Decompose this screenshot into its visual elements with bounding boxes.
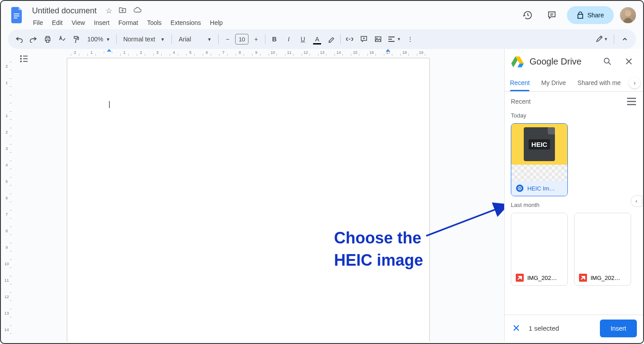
- print-button[interactable]: [41, 32, 54, 46]
- underline-button[interactable]: U: [296, 32, 310, 46]
- svg-line-17: [426, 205, 504, 236]
- menu-help[interactable]: Help: [206, 17, 226, 28]
- italic-button[interactable]: I: [282, 32, 295, 46]
- history-icon[interactable]: [519, 6, 537, 24]
- image-file-icon: [579, 274, 587, 282]
- svg-point-11: [20, 55, 22, 57]
- tabs-scroll-right-icon[interactable]: ›: [629, 77, 640, 89]
- menu-extensions[interactable]: Extensions: [167, 17, 204, 28]
- drive-logo-icon: [511, 55, 524, 68]
- increase-font-size[interactable]: +: [249, 32, 263, 46]
- menu-file[interactable]: File: [29, 17, 47, 28]
- document-title[interactable]: Untitled document: [29, 5, 99, 16]
- paragraph-style-dropdown[interactable]: Normal text▼: [119, 32, 169, 46]
- file-name: IMG_202…: [527, 275, 557, 281]
- sidebar-title: Google Drive: [530, 57, 594, 67]
- zoom-dropdown[interactable]: 100%▼: [84, 32, 114, 46]
- annotation-callout: Choose the HEIC image: [334, 227, 423, 272]
- align-dropdown[interactable]: ▼: [386, 32, 403, 46]
- bold-button[interactable]: B: [268, 32, 281, 46]
- svg-rect-6: [375, 37, 381, 42]
- section-label: Recent: [511, 98, 530, 105]
- font-dropdown[interactable]: Arial▼: [174, 32, 216, 46]
- svg-rect-2: [14, 17, 17, 18]
- text-color-button[interactable]: A: [310, 32, 324, 46]
- svg-point-12: [20, 58, 22, 60]
- tab-recent[interactable]: Recent: [510, 74, 530, 91]
- file-card-heic[interactable]: HEIC HEIC Im…: [511, 123, 568, 196]
- file-card[interactable]: IMG_202…: [574, 213, 631, 286]
- selection-count: 1 selected: [529, 324, 593, 332]
- text-cursor: [109, 101, 110, 108]
- vertical-ruler[interactable]: 211234567891011121314: [1, 58, 12, 341]
- insert-link-button[interactable]: [343, 32, 356, 46]
- file-name: IMG_202…: [591, 275, 620, 281]
- highlight-button[interactable]: [325, 32, 338, 46]
- document-page[interactable]: [67, 58, 430, 341]
- tab-my-drive[interactable]: My Drive: [541, 74, 566, 91]
- horizontal-ruler[interactable]: 2112345678910111213141516171819: [67, 49, 504, 56]
- svg-point-27: [519, 188, 521, 189]
- svg-point-13: [20, 61, 22, 62]
- undo-button[interactable]: [12, 32, 26, 46]
- left-indent-marker[interactable]: [107, 49, 111, 52]
- image-file-icon: [516, 274, 524, 282]
- toolbar: 100%▼ Normal text▼ Arial▼ − 10 + B I U A…: [8, 29, 636, 49]
- drive-sidebar: Google Drive Recent My Drive Shared with…: [504, 49, 643, 341]
- star-icon[interactable]: ☆: [106, 6, 112, 16]
- account-avatar[interactable]: [620, 7, 636, 23]
- font-size-input[interactable]: 10: [235, 34, 249, 45]
- collapse-toolbar[interactable]: [618, 32, 632, 46]
- share-label: Share: [587, 12, 604, 19]
- spellcheck-button[interactable]: [55, 32, 69, 46]
- menu-view[interactable]: View: [68, 17, 89, 28]
- redo-button[interactable]: [27, 32, 40, 46]
- menubar: File Edit View Insert Format Tools Exten…: [29, 17, 515, 28]
- share-button[interactable]: Share: [567, 6, 614, 24]
- document-outline-icon[interactable]: [19, 53, 29, 64]
- svg-rect-0: [14, 13, 20, 14]
- svg-point-5: [625, 10, 631, 16]
- file-name: HEIC Im…: [527, 185, 555, 192]
- annotation-arrow: [424, 200, 504, 240]
- paint-format-button[interactable]: [69, 32, 83, 46]
- file-card[interactable]: IMG_202…: [511, 213, 568, 286]
- add-comment-button[interactable]: [357, 32, 371, 46]
- menu-format[interactable]: Format: [115, 17, 142, 28]
- heic-badge: HEIC: [529, 139, 550, 150]
- menu-edit[interactable]: Edit: [49, 17, 66, 28]
- move-icon[interactable]: [118, 6, 126, 16]
- timegroup-today: Today: [511, 112, 637, 119]
- timegroup-lastmonth: Last month: [511, 202, 637, 208]
- svg-rect-1: [14, 16, 20, 16]
- deselect-icon[interactable]: ✕: [511, 323, 522, 334]
- editing-mode-dropdown[interactable]: ▼: [593, 32, 610, 46]
- menu-tools[interactable]: Tools: [143, 17, 165, 28]
- list-view-toggle-icon[interactable]: [626, 97, 637, 106]
- search-icon[interactable]: [599, 53, 615, 69]
- image-file-icon: [516, 184, 524, 192]
- more-options[interactable]: ⋮: [404, 32, 417, 46]
- cloud-status-icon[interactable]: [133, 6, 142, 16]
- insert-image-button[interactable]: [371, 32, 385, 46]
- menu-insert[interactable]: Insert: [90, 17, 113, 28]
- tab-shared[interactable]: Shared with me: [578, 74, 621, 91]
- collapse-side-panel-icon[interactable]: ‹: [631, 195, 642, 207]
- svg-point-18: [604, 58, 609, 63]
- docs-logo[interactable]: [8, 6, 26, 24]
- decrease-font-size[interactable]: −: [221, 32, 234, 46]
- comments-icon[interactable]: [543, 6, 561, 24]
- insert-button[interactable]: Insert: [600, 320, 637, 337]
- close-sidebar-icon[interactable]: [621, 53, 637, 69]
- svg-line-19: [609, 63, 611, 65]
- lock-icon: [577, 11, 584, 19]
